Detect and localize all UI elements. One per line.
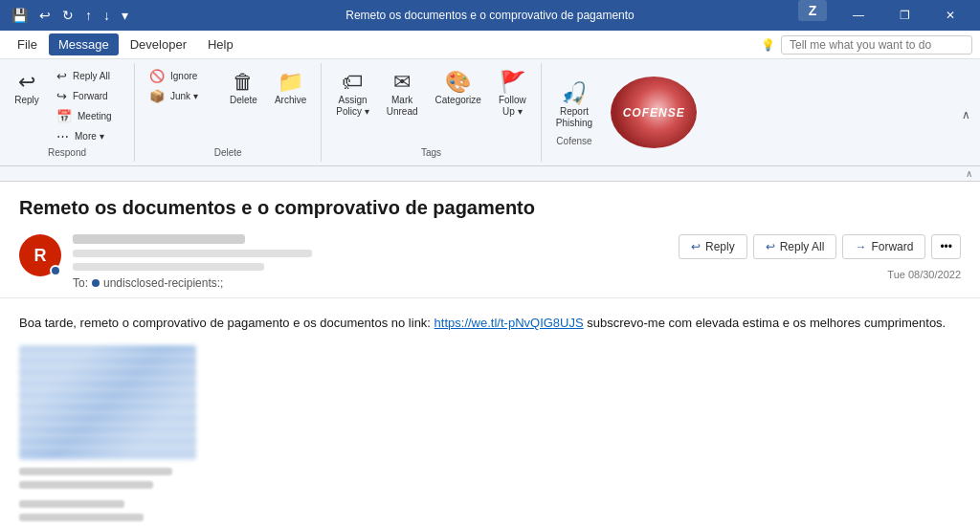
ribbon-group-respond: ↩ Reply ↩ Reply All ↪ Forward 📅 Meeting … — [0, 63, 135, 162]
email-body: Boa tarde, remeto o comprovativo de paga… — [0, 298, 980, 526]
report-phishing-icon: 🎣 — [561, 83, 587, 104]
reply-actions: ↩ Reply ↩ Reply All → Forward ••• — [679, 234, 961, 259]
reply-button[interactable]: ↩ Reply — [8, 67, 46, 111]
cofense-circle-logo: COFENSE — [611, 77, 697, 148]
delete-icon: 🗑 — [233, 72, 254, 93]
redo-button[interactable]: ↻ — [58, 6, 78, 25]
menu-file[interactable]: File — [8, 33, 47, 55]
respond-buttons: ↩ Reply ↩ Reply All ↪ Forward 📅 Meeting … — [8, 67, 126, 145]
mark-unread-icon: ✉ — [393, 72, 411, 93]
blurred-text-lines — [19, 468, 961, 521]
tags-buttons: 🏷 AssignPolicy ▾ ✉ MarkUnread 🎨 Categori… — [329, 67, 533, 145]
up-button[interactable]: ↑ — [81, 6, 96, 25]
blur-line-3 — [19, 500, 124, 508]
delete-buttons: 🚫 Ignore 📦 Junk ▾ 🗑 Delete 📁 Archive — [143, 67, 313, 145]
search-bar: 💡 — [761, 35, 972, 55]
quick-access-toolbar: 💾 ↩ ↻ ↑ ↓ ▾ — [8, 6, 132, 25]
window-title: Remeto os documentos e o comprovativo de… — [345, 9, 635, 22]
cofense-label: Cofense — [556, 134, 591, 146]
forward-inline-label: Forward — [871, 240, 913, 253]
sender-name-blur — [73, 234, 245, 244]
down-button[interactable]: ↓ — [100, 6, 114, 25]
sender-email-blur — [73, 250, 312, 257]
avatar-initial: R — [34, 246, 47, 266]
forward-icon: ↪ — [56, 90, 67, 102]
delete-secondary: 🚫 Ignore 📦 Junk ▾ — [143, 67, 219, 105]
search-input[interactable] — [781, 35, 972, 55]
ribbon-group-tags: 🏷 AssignPolicy ▾ ✉ MarkUnread 🎨 Categori… — [322, 63, 542, 162]
blur-line-4 — [19, 514, 144, 521]
forward-inline-button[interactable]: → Forward — [842, 234, 925, 259]
forward-button[interactable]: ↪ Forward — [50, 87, 126, 105]
email-header: R To: undisclosed-recipients:; ↩ Reply — [0, 227, 980, 298]
more-button[interactable]: ⋯ More ▾ — [50, 127, 126, 145]
to-line: To: undisclosed-recipients:; — [73, 276, 312, 290]
delete-label: Delete — [214, 145, 242, 158]
reply-all-inline-label: Reply All — [780, 240, 825, 253]
menu-developer[interactable]: Developer — [121, 33, 196, 55]
blur-line-1 — [19, 468, 172, 475]
email-subject: Remeto os documentos e o comprovativo de… — [0, 182, 980, 227]
ribbon-bottom-bar: ∧ — [0, 166, 980, 182]
sender-area: R To: undisclosed-recipients:; — [19, 234, 312, 290]
close-button[interactable]: ✕ — [928, 0, 972, 31]
assign-policy-icon: 🏷 — [342, 72, 363, 93]
tags-label: Tags — [421, 145, 441, 158]
ribbon-minimize-icon[interactable]: ∧ — [966, 168, 972, 179]
cofense-buttons: 🎣 ReportPhishing Cofense — [549, 78, 599, 146]
junk-icon: 📦 — [149, 90, 165, 102]
ignore-button[interactable]: 🚫 Ignore — [143, 67, 219, 85]
cofense-logo-area: COFENSE — [611, 77, 697, 148]
email-header-right: ↩ Reply ↩ Reply All → Forward ••• Tue 08… — [679, 234, 961, 280]
to-value: undisclosed-recipients:; — [103, 276, 223, 290]
restore-button[interactable]: ❐ — [882, 0, 926, 31]
report-phishing-button[interactable]: 🎣 ReportPhishing — [549, 78, 599, 134]
cofense-logo-text: COFENSE — [623, 106, 685, 120]
reply-all-icon: ↩ — [56, 70, 67, 82]
ribbon: ↩ Reply ↩ Reply All ↪ Forward 📅 Meeting … — [0, 59, 980, 166]
archive-icon: 📁 — [278, 72, 303, 93]
respond-label: Respond — [48, 145, 86, 158]
respond-secondary: ↩ Reply All ↪ Forward 📅 Meeting ⋯ More ▾ — [50, 67, 126, 145]
menu-message[interactable]: Message — [49, 33, 119, 55]
ribbon-group-cofense: 🎣 ReportPhishing Cofense COFENSE — [542, 63, 704, 162]
categorize-icon: 🎨 — [445, 72, 471, 93]
ignore-icon: 🚫 — [149, 70, 165, 82]
menu-bar: File Message Developer Help 💡 — [0, 31, 980, 59]
archive-button[interactable]: 📁 Archive — [268, 67, 313, 111]
lightbulb-icon: 💡 — [761, 38, 775, 52]
reply-all-inline-icon: ↩ — [766, 240, 775, 253]
window-controls: Z — ❐ ✕ — [798, 0, 972, 31]
to-label: To: — [73, 276, 88, 290]
avatar-status-dot — [50, 265, 61, 276]
meeting-icon: 📅 — [56, 110, 72, 122]
reply-all-inline-button[interactable]: ↩ Reply All — [753, 234, 837, 259]
junk-button[interactable]: 📦 Junk ▾ — [143, 87, 219, 105]
delete-button[interactable]: 🗑 Delete — [223, 67, 264, 111]
body-text: Boa tarde, remeto o comprovativo de paga… — [19, 316, 434, 330]
title-bar: 💾 ↩ ↻ ↑ ↓ ▾ Remeto os documentos e o com… — [0, 0, 980, 31]
reply-all-button[interactable]: ↩ Reply All — [50, 67, 126, 85]
email-container: Remeto os documentos e o comprovativo de… — [0, 182, 980, 526]
reply-inline-label: Reply — [705, 240, 735, 253]
meeting-button[interactable]: 📅 Meeting — [50, 107, 126, 125]
reply-inline-button[interactable]: ↩ Reply — [679, 234, 747, 259]
assign-policy-button[interactable]: 🏷 AssignPolicy ▾ — [329, 67, 375, 122]
dropdown-button[interactable]: ▾ — [118, 6, 132, 25]
save-button[interactable]: 💾 — [8, 6, 32, 25]
ribbon-group-delete: 🚫 Ignore 📦 Junk ▾ 🗑 Delete 📁 Archive Del… — [135, 63, 322, 162]
body-rest: subscrevo-me com elevada estima e os mel… — [584, 316, 947, 330]
more-inline-button[interactable]: ••• — [931, 234, 961, 259]
categorize-button[interactable]: 🎨 Categorize — [429, 67, 488, 111]
reply-inline-icon: ↩ — [691, 240, 701, 253]
mark-unread-button[interactable]: ✉ MarkUnread — [380, 67, 425, 122]
follow-up-button[interactable]: 🚩 FollowUp ▾ — [492, 67, 533, 122]
body-link[interactable]: https://we.tl/t-pNvQIG8UJS — [434, 316, 584, 330]
minimize-button[interactable]: — — [836, 0, 880, 31]
menu-help[interactable]: Help — [198, 33, 243, 55]
undo-button[interactable]: ↩ — [35, 6, 55, 25]
to-dot — [92, 279, 100, 287]
sender-info: To: undisclosed-recipients:; — [73, 234, 312, 290]
ribbon-collapse-button[interactable]: ∧ — [958, 63, 974, 165]
blur-line-2 — [19, 481, 153, 489]
